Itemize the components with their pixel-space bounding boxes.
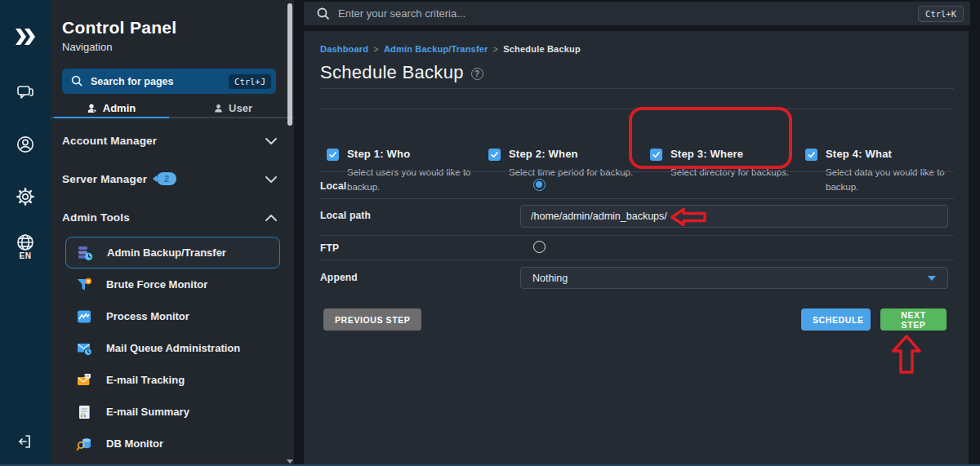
section-server-manager[interactable]: Server Manager 2 bbox=[62, 162, 279, 195]
ftp-radio[interactable] bbox=[533, 241, 546, 253]
nav-item-label: E-mail Summary bbox=[106, 406, 189, 418]
section-account-manager[interactable]: Account Manager bbox=[62, 124, 279, 157]
nav-item-admin-backup-transfer[interactable]: Admin Backup/Transfer bbox=[65, 237, 280, 269]
append-select[interactable]: Nothing bbox=[520, 267, 948, 289]
divider bbox=[320, 109, 954, 109]
local-path-input[interactable] bbox=[520, 205, 948, 228]
checkmark-icon bbox=[807, 150, 816, 159]
process-monitor-icon bbox=[76, 308, 92, 325]
nav-search-box[interactable]: Ctrl+J bbox=[62, 69, 276, 94]
divider bbox=[320, 198, 954, 199]
local-radio[interactable] bbox=[533, 179, 546, 191]
next-step-button[interactable]: NEXT STEP bbox=[880, 308, 947, 331]
append-select-value: Nothing bbox=[532, 273, 928, 284]
nav-item-mail-queue-administration[interactable]: Mail Queue Administration bbox=[65, 332, 280, 364]
email-tracking-icon bbox=[76, 372, 92, 388]
user-circle-icon bbox=[16, 135, 35, 154]
app-logo[interactable] bbox=[0, 23, 51, 51]
step-label: Step 3: Where bbox=[670, 148, 743, 160]
divider bbox=[320, 171, 954, 172]
mail-queue-icon bbox=[76, 340, 92, 357]
globe-icon bbox=[16, 233, 35, 252]
step-label: Step 2: When bbox=[509, 148, 578, 160]
step-2-when: Step 2: When Select time period for back… bbox=[488, 148, 644, 180]
divider bbox=[320, 235, 954, 236]
nav-item-label: Mail Queue Administration bbox=[106, 342, 240, 354]
breadcrumb-dashboard[interactable]: Dashboard bbox=[320, 44, 368, 54]
language-code-label: EN bbox=[0, 251, 51, 260]
user-person-icon bbox=[214, 104, 223, 113]
search-icon bbox=[71, 75, 83, 87]
email-summary-icon bbox=[76, 404, 92, 420]
checkmark-icon bbox=[652, 150, 661, 159]
messages-button[interactable] bbox=[0, 78, 51, 106]
tab-user[interactable]: User bbox=[172, 100, 294, 117]
schedule-button[interactable]: SCHEDULE bbox=[801, 308, 871, 331]
tab-admin-label: Admin bbox=[103, 102, 136, 114]
checkmark-icon bbox=[490, 150, 499, 159]
step-4-checkbox[interactable] bbox=[805, 149, 817, 161]
page-title-text: Schedule Backup bbox=[320, 62, 464, 83]
section-admin-tools[interactable]: Admin Tools bbox=[62, 201, 279, 233]
global-search-input[interactable] bbox=[338, 7, 918, 20]
nav-search-input[interactable] bbox=[91, 76, 229, 87]
logout-button[interactable] bbox=[0, 428, 51, 455]
checkmark-icon bbox=[328, 150, 337, 159]
section-label: Admin Tools bbox=[62, 211, 130, 224]
chevron-up-icon bbox=[265, 210, 277, 224]
step-1-checkbox[interactable] bbox=[327, 149, 339, 161]
step-description: Select directory for backups. bbox=[670, 166, 800, 180]
nav-item-label: DB Monitor bbox=[106, 437, 163, 450]
breadcrumb-admin-backup-transfer[interactable]: Admin Backup/Transfer bbox=[384, 44, 488, 54]
step-3-checkbox[interactable] bbox=[650, 149, 662, 161]
gear-icon bbox=[16, 187, 35, 206]
nav-item-brute-force-monitor[interactable]: Brute Force Monitor bbox=[65, 269, 280, 300]
divider bbox=[320, 260, 954, 260]
step-3-where: Step 3: Where Select directory for backu… bbox=[650, 148, 805, 180]
icon-rail: EN bbox=[0, 0, 51, 466]
search-icon bbox=[317, 7, 330, 20]
content-panel: Dashboard > Admin Backup/Transfer > Sche… bbox=[304, 31, 969, 466]
local-label: Local bbox=[320, 180, 346, 192]
nav-item-email-summary[interactable]: E-mail Summary bbox=[65, 396, 280, 428]
section-label: Account Manager bbox=[62, 135, 157, 147]
global-search-bar[interactable]: Ctrl+K bbox=[304, 2, 970, 25]
step-description: Select time period for backup. bbox=[509, 166, 638, 180]
help-icon[interactable]: ? bbox=[471, 68, 483, 80]
nav-item-label: Brute Force Monitor bbox=[106, 278, 207, 291]
previous-step-button[interactable]: PREVIOUS STEP bbox=[323, 308, 421, 331]
step-label: Step 4: What bbox=[826, 148, 892, 160]
tab-admin[interactable]: Admin bbox=[51, 100, 172, 117]
brute-force-funnel-icon bbox=[76, 277, 92, 293]
scroll-down-arrow-icon[interactable] bbox=[287, 459, 293, 464]
ftp-label: FTP bbox=[320, 242, 339, 254]
nav-item-label: E-mail Tracking bbox=[106, 374, 185, 386]
panel-subtitle: Navigation bbox=[62, 41, 112, 53]
step-description: Select users you would like to backup. bbox=[347, 166, 476, 195]
step-label: Step 1: Who bbox=[347, 148, 410, 160]
logout-icon bbox=[16, 433, 34, 450]
panel-title: Control Panel bbox=[62, 18, 176, 38]
section-label: Server Manager bbox=[62, 173, 147, 185]
breadcrumb-separator: > bbox=[373, 44, 379, 54]
chevron-down-icon bbox=[265, 171, 277, 186]
nav-scrollbar-thumb[interactable] bbox=[287, 3, 292, 126]
double-chevron-logo-icon bbox=[13, 26, 38, 47]
account-button[interactable] bbox=[0, 131, 51, 158]
chat-icon bbox=[16, 83, 35, 101]
nav-item-process-monitor[interactable]: Process Monitor bbox=[65, 300, 280, 332]
divider bbox=[320, 88, 954, 89]
nav-scrollbar[interactable] bbox=[287, 0, 292, 466]
settings-button[interactable] bbox=[0, 183, 51, 211]
global-search-shortcut: Ctrl+K bbox=[918, 6, 964, 22]
red-up-arrow-icon bbox=[892, 335, 921, 374]
nav-item-db-monitor[interactable]: DB Monitor bbox=[65, 428, 280, 459]
annotation-up-arrow bbox=[892, 335, 921, 374]
nav-item-email-tracking[interactable]: E-mail Tracking bbox=[65, 364, 280, 396]
step-2-checkbox[interactable] bbox=[488, 149, 501, 161]
tab-user-label: User bbox=[229, 102, 252, 114]
nav-item-label: Process Monitor bbox=[106, 310, 189, 322]
db-monitor-icon bbox=[76, 436, 92, 452]
nav-item-label: Admin Backup/Transfer bbox=[107, 246, 226, 259]
admin-person-icon bbox=[87, 104, 97, 113]
